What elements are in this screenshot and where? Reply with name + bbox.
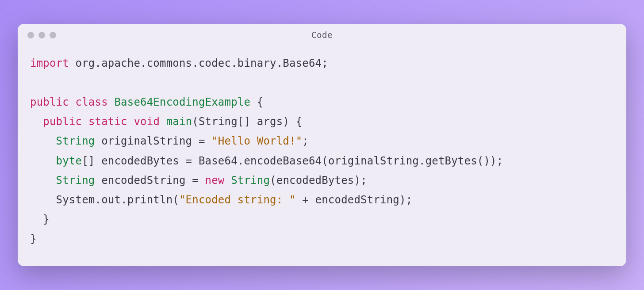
code-token <box>108 96 115 108</box>
code-token: ; <box>302 135 309 147</box>
code-token <box>82 115 88 128</box>
code-token: encodedString = <box>95 174 205 187</box>
code-line: } <box>30 210 614 229</box>
code-token: static <box>88 115 127 128</box>
code-token: String <box>56 174 95 187</box>
code-token <box>30 155 56 167</box>
code-line: String encodedString = new String(encode… <box>30 171 614 190</box>
code-token: + encodedString); <box>296 194 413 206</box>
window-titlebar: Code <box>18 24 626 43</box>
code-line: byte[] encodedBytes = Base64.encodeBase6… <box>30 151 614 171</box>
code-token: } <box>30 213 50 225</box>
code-token: { <box>250 96 263 108</box>
code-line: import org.apache.commons.codec.binary.B… <box>30 53 614 73</box>
code-token: public <box>30 96 69 108</box>
code-token: "Encoded string: " <box>179 194 296 206</box>
window-title: Code <box>18 30 626 40</box>
code-token: originalString = <box>95 135 212 147</box>
code-token: main <box>166 115 192 128</box>
code-line: String originalString = "Hello World!"; <box>30 131 614 151</box>
code-token: String <box>231 174 270 187</box>
maximize-icon[interactable] <box>50 32 56 38</box>
code-window: Code import org.apache.commons.codec.bin… <box>18 24 626 267</box>
code-line: public class Base64EncodingExample { <box>30 92 614 112</box>
code-token: [] encodedBytes = Base64.encodeBase64(or… <box>82 155 503 167</box>
code-line: public static void main(String[] args) { <box>30 112 614 131</box>
code-token: String <box>56 135 95 147</box>
code-token <box>30 115 43 128</box>
code-token <box>225 174 231 187</box>
code-token <box>160 115 166 128</box>
minimize-icon[interactable] <box>38 32 45 38</box>
code-token: byte <box>56 155 82 167</box>
code-line: } <box>30 229 614 248</box>
code-token <box>30 135 56 147</box>
code-token: org.apache.commons.codec.binary.Base64; <box>69 57 328 69</box>
code-token: } <box>30 233 37 245</box>
code-token <box>69 96 76 108</box>
code-token <box>30 174 56 187</box>
code-line <box>30 73 614 92</box>
code-token <box>127 115 134 128</box>
close-icon[interactable] <box>27 32 34 38</box>
code-token: (String[] args) { <box>192 115 302 128</box>
code-token: "Hello World!" <box>211 135 302 147</box>
code-token: new <box>205 174 225 187</box>
code-token: public <box>43 115 82 128</box>
code-token: System.out.println( <box>30 194 179 206</box>
code-token: Base64EncodingExample <box>114 96 250 108</box>
code-block[interactable]: import org.apache.commons.codec.binary.B… <box>18 43 626 267</box>
code-token: class <box>76 96 108 108</box>
traffic-lights <box>27 32 56 38</box>
code-token: void <box>134 115 160 128</box>
code-token: (encodedBytes); <box>270 174 367 187</box>
code-line: System.out.println("Encoded string: " + … <box>30 190 614 210</box>
code-token: import <box>30 57 69 69</box>
